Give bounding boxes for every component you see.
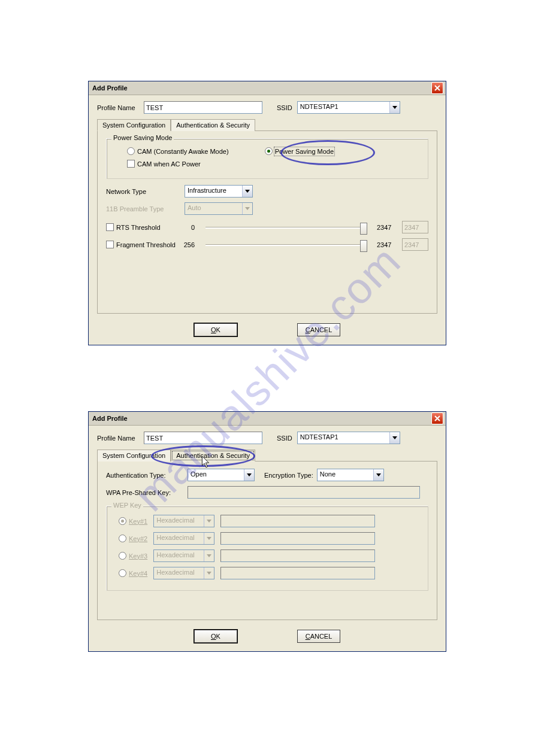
- ok-button[interactable]: OK: [194, 630, 237, 643]
- key4-label: Key#4: [129, 570, 147, 577]
- key2-format-text: Hexadecimal: [154, 533, 204, 544]
- key4-input: [220, 567, 375, 579]
- enc-type-text: None: [318, 469, 373, 481]
- network-type-text: Infrastructure: [185, 186, 242, 197]
- key1-label: Key#1: [129, 518, 147, 525]
- profile-name-input[interactable]: [144, 432, 262, 444]
- tab-system-configuration[interactable]: System Configuration: [97, 450, 171, 462]
- chevron-down-icon: [389, 102, 400, 113]
- network-type-label: Network Type: [106, 188, 181, 195]
- check-cam-ac-label: CAM when AC Power: [137, 160, 201, 168]
- titlebar: Add Profile: [89, 81, 446, 95]
- add-profile-dialog-1: Add Profile Profile Name SSID NDTESTAP1 …: [88, 81, 446, 345]
- dialog-title: Add Profile: [92, 415, 431, 422]
- ssid-label: SSID: [277, 435, 292, 442]
- key3-format-text: Hexadecimal: [154, 550, 204, 561]
- enc-type-label: Encryption Type:: [264, 472, 313, 479]
- cancel-button[interactable]: CANCEL: [297, 630, 340, 643]
- key2-input: [220, 532, 375, 545]
- key4-format-combo: Hexadecimal: [153, 567, 214, 579]
- ssid-combo-text: NDTESTAP1: [298, 432, 389, 444]
- radio-cam-label: CAM (Constantly Awake Mode): [137, 148, 229, 155]
- frag-value-box: [402, 238, 428, 251]
- chevron-down-icon: [373, 469, 383, 481]
- close-button[interactable]: [431, 82, 443, 94]
- radio-power-saving[interactable]: Power Saving Mode: [265, 147, 334, 155]
- key1-input: [220, 515, 375, 527]
- tab-bar: System Configuration Authentication & Se…: [97, 449, 437, 462]
- chevron-down-icon: [204, 515, 214, 527]
- check-rts-threshold[interactable]: RTS Threshold: [106, 223, 177, 231]
- titlebar: Add Profile: [89, 412, 446, 426]
- frag-label: Fragment Threshold: [116, 241, 176, 248]
- radio-key1: Key#1: [119, 517, 147, 525]
- radio-psm-label: Power Saving Mode: [275, 148, 334, 155]
- preamble-text: Auto: [185, 203, 242, 214]
- auth-type-text: Open: [188, 469, 244, 481]
- tab-bar: System Configuration Authentication & Se…: [97, 119, 437, 131]
- tab-authentication-security[interactable]: Authentication & Security: [171, 119, 255, 131]
- dialog-title: Add Profile: [92, 84, 431, 92]
- ssid-label: SSID: [277, 104, 292, 111]
- frag-max: 2347: [377, 241, 396, 248]
- chevron-down-icon: [242, 186, 252, 197]
- preamble-combo: Auto: [185, 202, 253, 215]
- profile-name-label: Profile Name: [97, 435, 139, 442]
- wpa-psk-label: WPA Pre-Shared Key:: [106, 489, 184, 496]
- key2-label: Key#2: [129, 535, 147, 542]
- radio-cam[interactable]: CAM (Constantly Awake Mode): [127, 147, 229, 155]
- close-button[interactable]: [431, 412, 443, 424]
- chevron-down-icon: [204, 533, 214, 544]
- profile-name-label: Profile Name: [97, 104, 139, 111]
- radio-key2: Key#2: [119, 535, 147, 542]
- power-saving-legend: Power Saving Mode: [111, 134, 174, 141]
- check-cam-ac-power[interactable]: CAM when AC Power: [127, 160, 201, 168]
- ssid-combo[interactable]: NDTESTAP1: [297, 432, 400, 444]
- key2-format-combo: Hexadecimal: [153, 532, 214, 545]
- tab-authentication-security[interactable]: Authentication & Security: [171, 450, 255, 462]
- system-config-panel: Power Saving Mode CAM (Constantly Awake …: [97, 131, 437, 314]
- ssid-combo-text: NDTESTAP1: [298, 102, 389, 113]
- chevron-down-icon: [389, 432, 400, 444]
- auth-type-combo[interactable]: Open: [188, 469, 255, 481]
- chevron-down-icon: [244, 469, 254, 481]
- wep-key-legend: WEP Key: [111, 502, 143, 509]
- check-fragment-threshold[interactable]: Fragment Threshold: [106, 241, 177, 248]
- key3-input: [220, 549, 375, 562]
- frag-slider[interactable]: [201, 239, 371, 251]
- radio-key3: Key#3: [119, 552, 147, 560]
- network-type-combo[interactable]: Infrastructure: [185, 185, 253, 198]
- rts-value-box: [402, 221, 428, 233]
- radio-key4: Key#4: [119, 569, 147, 577]
- close-icon: [434, 415, 440, 421]
- frag-min: 256: [183, 241, 195, 248]
- key3-label: Key#3: [129, 552, 147, 560]
- wep-key-group: WEP Key Key#1 Hexadecimal Key#2: [106, 506, 428, 591]
- wpa-psk-input: [188, 486, 420, 499]
- auth-security-panel: Authentication Type: Open Encryption Typ…: [97, 462, 437, 620]
- tab-system-configuration[interactable]: System Configuration: [97, 119, 171, 131]
- chevron-down-icon: [204, 550, 214, 561]
- cancel-button[interactable]: CANCEL: [297, 323, 340, 336]
- auth-type-label: Authentication Type:: [106, 472, 184, 479]
- profile-name-input[interactable]: [144, 101, 262, 114]
- add-profile-dialog-2: Add Profile Profile Name SSID NDTESTAP1 …: [88, 411, 446, 652]
- key4-format-text: Hexadecimal: [154, 567, 204, 579]
- chevron-down-icon: [242, 203, 252, 214]
- close-icon: [434, 85, 440, 91]
- key1-format-combo: Hexadecimal: [153, 515, 214, 527]
- key1-format-text: Hexadecimal: [154, 515, 204, 527]
- ok-button[interactable]: OK: [194, 323, 237, 336]
- enc-type-combo[interactable]: None: [317, 469, 384, 481]
- power-saving-group: Power Saving Mode CAM (Constantly Awake …: [106, 138, 428, 179]
- key3-format-combo: Hexadecimal: [153, 549, 214, 562]
- rts-max: 2347: [377, 224, 396, 231]
- rts-label: RTS Threshold: [116, 224, 161, 231]
- chevron-down-icon: [204, 567, 214, 579]
- preamble-label: 11B Preamble Type: [106, 205, 181, 212]
- rts-min: 0: [183, 224, 195, 231]
- rts-slider[interactable]: [201, 221, 371, 233]
- ssid-combo[interactable]: NDTESTAP1: [297, 101, 400, 114]
